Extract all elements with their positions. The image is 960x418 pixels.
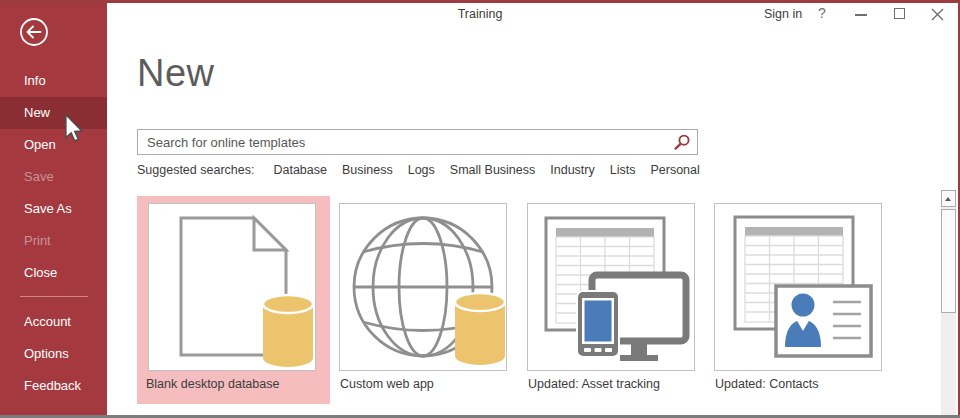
suggested-link-logs[interactable]: Logs: [408, 163, 435, 177]
page-title: New: [137, 52, 215, 95]
template-label: Updated: Asset tracking: [528, 377, 660, 391]
suggested-link-personal[interactable]: Personal: [650, 163, 699, 177]
sidebar-divider: [20, 296, 88, 297]
template-tile-contacts[interactable]: [714, 203, 882, 371]
template-label: Blank desktop database: [146, 377, 279, 391]
window-title: Training: [0, 7, 960, 21]
suggested-searches-label: Suggested searches:: [137, 163, 254, 177]
sidebar-item-open[interactable]: Open: [0, 129, 107, 161]
sidebar-item-print: Print: [0, 225, 107, 257]
sidebar-item-save: Save: [0, 161, 107, 193]
scroll-up-button[interactable]: [941, 190, 956, 207]
sidebar-item-save-as[interactable]: Save As: [0, 193, 107, 225]
suggested-link-database[interactable]: Database: [273, 163, 327, 177]
close-icon: [931, 8, 944, 21]
access-backstage-window: Training Sign in ? Info New Open Save Sa…: [0, 0, 960, 418]
template-label: Custom web app: [340, 377, 434, 391]
template-label: Updated: Contacts: [715, 377, 819, 391]
asset-tracking-icon: [528, 204, 694, 370]
suggested-link-business[interactable]: Business: [342, 163, 393, 177]
back-button[interactable]: [19, 17, 49, 47]
minimize-icon: [855, 14, 867, 16]
suggested-searches: Suggested searches: Database Business Lo…: [137, 163, 700, 177]
scroll-up-icon: [945, 197, 951, 201]
template-tile-blank-desktop-database-box[interactable]: [148, 203, 316, 371]
minimize-button[interactable]: [854, 5, 868, 21]
sidebar-item-new[interactable]: New: [0, 97, 107, 129]
close-button[interactable]: [931, 7, 944, 20]
contacts-card-icon: [715, 204, 881, 370]
sidebar-item-options[interactable]: Options: [0, 338, 107, 370]
template-tile-asset-tracking[interactable]: [527, 203, 695, 371]
template-search: [137, 129, 698, 155]
scrollbar-thumb[interactable]: [941, 209, 956, 313]
search-icon[interactable]: [674, 134, 690, 150]
suggested-link-small-business[interactable]: Small Business: [450, 163, 535, 177]
suggested-link-industry[interactable]: Industry: [550, 163, 594, 177]
sign-in-button[interactable]: Sign in: [764, 7, 802, 21]
back-arrow-icon: [19, 17, 49, 47]
web-app-globe-icon: [340, 204, 506, 370]
sidebar-item-account[interactable]: Account: [0, 306, 107, 338]
help-button[interactable]: ?: [818, 5, 826, 21]
search-input[interactable]: [137, 129, 698, 155]
sidebar-item-close[interactable]: Close: [0, 257, 107, 289]
window-border-top: [0, 0, 960, 3]
suggested-link-lists[interactable]: Lists: [610, 163, 636, 177]
vertical-scrollbar[interactable]: [941, 190, 956, 415]
maximize-button[interactable]: [894, 8, 905, 19]
sidebar-item-feedback[interactable]: Feedback: [0, 370, 107, 402]
sidebar-item-info[interactable]: Info: [0, 65, 107, 97]
desktop-database-icon: [149, 204, 315, 370]
backstage-sidebar: Info New Open Save Save As Print Close A…: [0, 0, 107, 418]
template-tile-custom-web-app[interactable]: [339, 203, 507, 371]
